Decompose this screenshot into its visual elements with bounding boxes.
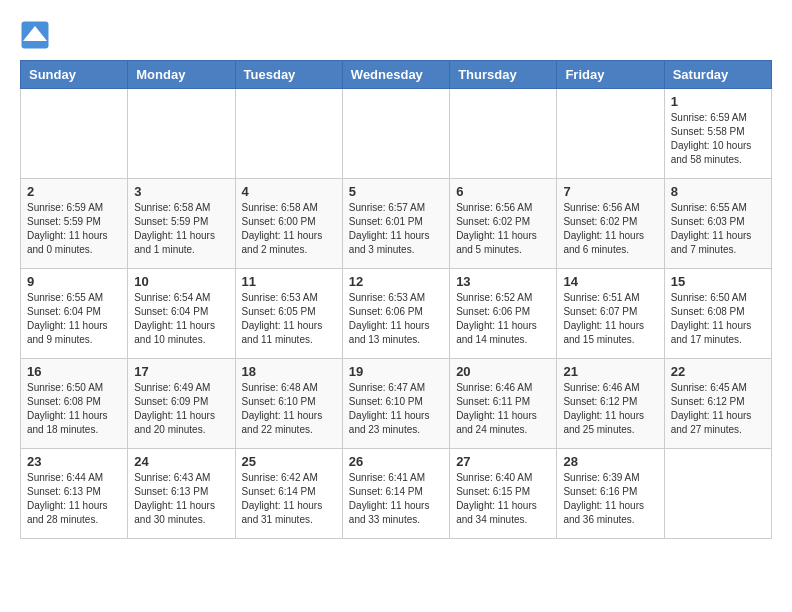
day-number: 9	[27, 274, 121, 289]
day-info: Sunrise: 6:55 AM Sunset: 6:04 PM Dayligh…	[27, 291, 121, 347]
calendar-cell: 3Sunrise: 6:58 AM Sunset: 5:59 PM Daylig…	[128, 179, 235, 269]
calendar-header-row: SundayMondayTuesdayWednesdayThursdayFrid…	[21, 61, 772, 89]
day-info: Sunrise: 6:41 AM Sunset: 6:14 PM Dayligh…	[349, 471, 443, 527]
day-info: Sunrise: 6:53 AM Sunset: 6:06 PM Dayligh…	[349, 291, 443, 347]
day-info: Sunrise: 6:48 AM Sunset: 6:10 PM Dayligh…	[242, 381, 336, 437]
calendar-cell: 8Sunrise: 6:55 AM Sunset: 6:03 PM Daylig…	[664, 179, 771, 269]
day-number: 7	[563, 184, 657, 199]
weekday-header: Monday	[128, 61, 235, 89]
day-number: 2	[27, 184, 121, 199]
calendar-cell	[21, 89, 128, 179]
day-info: Sunrise: 6:45 AM Sunset: 6:12 PM Dayligh…	[671, 381, 765, 437]
calendar-cell	[342, 89, 449, 179]
day-info: Sunrise: 6:40 AM Sunset: 6:15 PM Dayligh…	[456, 471, 550, 527]
calendar-cell: 20Sunrise: 6:46 AM Sunset: 6:11 PM Dayli…	[450, 359, 557, 449]
calendar-cell: 9Sunrise: 6:55 AM Sunset: 6:04 PM Daylig…	[21, 269, 128, 359]
day-number: 27	[456, 454, 550, 469]
calendar-cell	[664, 449, 771, 539]
day-number: 19	[349, 364, 443, 379]
day-info: Sunrise: 6:54 AM Sunset: 6:04 PM Dayligh…	[134, 291, 228, 347]
day-number: 16	[27, 364, 121, 379]
day-number: 11	[242, 274, 336, 289]
calendar-week-row: 2Sunrise: 6:59 AM Sunset: 5:59 PM Daylig…	[21, 179, 772, 269]
calendar-cell: 5Sunrise: 6:57 AM Sunset: 6:01 PM Daylig…	[342, 179, 449, 269]
day-info: Sunrise: 6:44 AM Sunset: 6:13 PM Dayligh…	[27, 471, 121, 527]
day-number: 4	[242, 184, 336, 199]
calendar-cell: 2Sunrise: 6:59 AM Sunset: 5:59 PM Daylig…	[21, 179, 128, 269]
day-number: 18	[242, 364, 336, 379]
day-number: 12	[349, 274, 443, 289]
calendar-cell	[450, 89, 557, 179]
day-info: Sunrise: 6:51 AM Sunset: 6:07 PM Dayligh…	[563, 291, 657, 347]
day-number: 1	[671, 94, 765, 109]
day-number: 8	[671, 184, 765, 199]
day-info: Sunrise: 6:39 AM Sunset: 6:16 PM Dayligh…	[563, 471, 657, 527]
day-number: 26	[349, 454, 443, 469]
day-number: 5	[349, 184, 443, 199]
calendar-cell: 23Sunrise: 6:44 AM Sunset: 6:13 PM Dayli…	[21, 449, 128, 539]
day-info: Sunrise: 6:58 AM Sunset: 6:00 PM Dayligh…	[242, 201, 336, 257]
calendar-cell: 26Sunrise: 6:41 AM Sunset: 6:14 PM Dayli…	[342, 449, 449, 539]
day-number: 22	[671, 364, 765, 379]
day-number: 17	[134, 364, 228, 379]
page-header	[20, 20, 772, 50]
calendar-cell: 19Sunrise: 6:47 AM Sunset: 6:10 PM Dayli…	[342, 359, 449, 449]
calendar-cell: 25Sunrise: 6:42 AM Sunset: 6:14 PM Dayli…	[235, 449, 342, 539]
day-number: 3	[134, 184, 228, 199]
calendar-cell: 17Sunrise: 6:49 AM Sunset: 6:09 PM Dayli…	[128, 359, 235, 449]
calendar-cell: 1Sunrise: 6:59 AM Sunset: 5:58 PM Daylig…	[664, 89, 771, 179]
calendar-cell: 21Sunrise: 6:46 AM Sunset: 6:12 PM Dayli…	[557, 359, 664, 449]
day-number: 23	[27, 454, 121, 469]
day-info: Sunrise: 6:59 AM Sunset: 5:58 PM Dayligh…	[671, 111, 765, 167]
weekday-header: Tuesday	[235, 61, 342, 89]
calendar-cell: 12Sunrise: 6:53 AM Sunset: 6:06 PM Dayli…	[342, 269, 449, 359]
day-number: 6	[456, 184, 550, 199]
calendar-cell: 16Sunrise: 6:50 AM Sunset: 6:08 PM Dayli…	[21, 359, 128, 449]
calendar-week-row: 1Sunrise: 6:59 AM Sunset: 5:58 PM Daylig…	[21, 89, 772, 179]
calendar-cell: 7Sunrise: 6:56 AM Sunset: 6:02 PM Daylig…	[557, 179, 664, 269]
day-info: Sunrise: 6:50 AM Sunset: 6:08 PM Dayligh…	[27, 381, 121, 437]
calendar-cell: 10Sunrise: 6:54 AM Sunset: 6:04 PM Dayli…	[128, 269, 235, 359]
day-info: Sunrise: 6:56 AM Sunset: 6:02 PM Dayligh…	[563, 201, 657, 257]
day-info: Sunrise: 6:56 AM Sunset: 6:02 PM Dayligh…	[456, 201, 550, 257]
day-number: 21	[563, 364, 657, 379]
day-number: 15	[671, 274, 765, 289]
weekday-header: Thursday	[450, 61, 557, 89]
day-info: Sunrise: 6:59 AM Sunset: 5:59 PM Dayligh…	[27, 201, 121, 257]
day-info: Sunrise: 6:46 AM Sunset: 6:12 PM Dayligh…	[563, 381, 657, 437]
day-info: Sunrise: 6:42 AM Sunset: 6:14 PM Dayligh…	[242, 471, 336, 527]
calendar-cell: 11Sunrise: 6:53 AM Sunset: 6:05 PM Dayli…	[235, 269, 342, 359]
day-info: Sunrise: 6:43 AM Sunset: 6:13 PM Dayligh…	[134, 471, 228, 527]
day-number: 25	[242, 454, 336, 469]
calendar-week-row: 16Sunrise: 6:50 AM Sunset: 6:08 PM Dayli…	[21, 359, 772, 449]
logo	[20, 20, 54, 50]
calendar-cell: 6Sunrise: 6:56 AM Sunset: 6:02 PM Daylig…	[450, 179, 557, 269]
weekday-header: Wednesday	[342, 61, 449, 89]
day-number: 14	[563, 274, 657, 289]
calendar-cell: 18Sunrise: 6:48 AM Sunset: 6:10 PM Dayli…	[235, 359, 342, 449]
day-info: Sunrise: 6:46 AM Sunset: 6:11 PM Dayligh…	[456, 381, 550, 437]
weekday-header: Saturday	[664, 61, 771, 89]
calendar-cell: 22Sunrise: 6:45 AM Sunset: 6:12 PM Dayli…	[664, 359, 771, 449]
calendar-cell: 13Sunrise: 6:52 AM Sunset: 6:06 PM Dayli…	[450, 269, 557, 359]
day-info: Sunrise: 6:49 AM Sunset: 6:09 PM Dayligh…	[134, 381, 228, 437]
calendar-cell: 4Sunrise: 6:58 AM Sunset: 6:00 PM Daylig…	[235, 179, 342, 269]
weekday-header: Sunday	[21, 61, 128, 89]
calendar-cell	[557, 89, 664, 179]
day-info: Sunrise: 6:47 AM Sunset: 6:10 PM Dayligh…	[349, 381, 443, 437]
day-number: 28	[563, 454, 657, 469]
calendar-cell: 27Sunrise: 6:40 AM Sunset: 6:15 PM Dayli…	[450, 449, 557, 539]
calendar-week-row: 23Sunrise: 6:44 AM Sunset: 6:13 PM Dayli…	[21, 449, 772, 539]
day-number: 13	[456, 274, 550, 289]
day-info: Sunrise: 6:55 AM Sunset: 6:03 PM Dayligh…	[671, 201, 765, 257]
calendar-cell	[235, 89, 342, 179]
calendar-cell: 14Sunrise: 6:51 AM Sunset: 6:07 PM Dayli…	[557, 269, 664, 359]
day-info: Sunrise: 6:52 AM Sunset: 6:06 PM Dayligh…	[456, 291, 550, 347]
calendar-cell: 24Sunrise: 6:43 AM Sunset: 6:13 PM Dayli…	[128, 449, 235, 539]
calendar-week-row: 9Sunrise: 6:55 AM Sunset: 6:04 PM Daylig…	[21, 269, 772, 359]
calendar-cell: 15Sunrise: 6:50 AM Sunset: 6:08 PM Dayli…	[664, 269, 771, 359]
day-info: Sunrise: 6:58 AM Sunset: 5:59 PM Dayligh…	[134, 201, 228, 257]
weekday-header: Friday	[557, 61, 664, 89]
day-number: 24	[134, 454, 228, 469]
day-number: 10	[134, 274, 228, 289]
